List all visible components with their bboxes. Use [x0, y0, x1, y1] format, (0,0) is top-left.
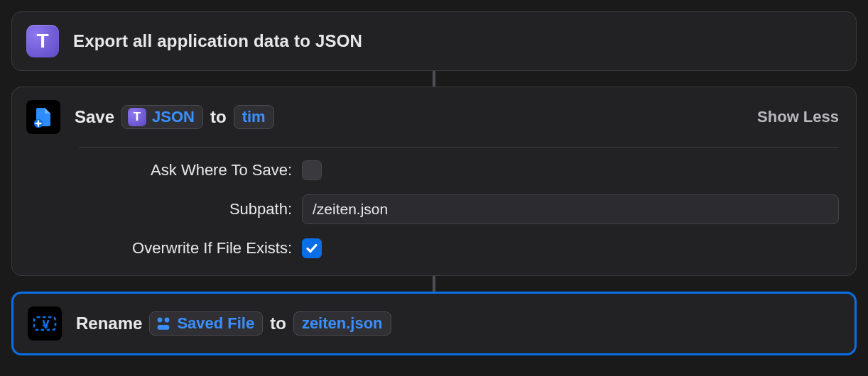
- app-icon: T: [26, 25, 59, 57]
- subpath-input[interactable]: [302, 194, 839, 224]
- checkmark-icon: [305, 241, 319, 255]
- rename-prefix: Rename: [76, 314, 142, 333]
- document-plus-icon: [32, 106, 55, 128]
- rename-text-icon: [33, 314, 57, 333]
- save-action-title: Save T JSON to tim: [75, 105, 274, 129]
- rename-icon: [28, 306, 62, 341]
- saved-file-token-label: Saved File: [177, 314, 254, 333]
- subpath-label: Subpath:: [79, 200, 292, 219]
- flow-connector: [433, 276, 435, 292]
- save-joiner: to: [210, 107, 227, 127]
- ask-where-checkbox[interactable]: [302, 160, 322, 180]
- flow-connector: [433, 71, 435, 87]
- export-action-card[interactable]: T Export all application data to JSON: [11, 11, 857, 71]
- app-icon-letter: T: [36, 30, 48, 52]
- overwrite-label: Overwrite If File Exists:: [79, 239, 292, 258]
- rename-joiner: to: [270, 314, 286, 333]
- svg-point-3: [165, 318, 170, 323]
- variable-icon: [156, 316, 171, 331]
- rename-action-card[interactable]: Rename Saved File to zeiten.json: [11, 292, 857, 355]
- rename-action-title: Rename Saved File to zeiten.json: [76, 311, 391, 336]
- new-name-label: zeiten.json: [302, 314, 383, 333]
- save-file-action-card[interactable]: Save T JSON to tim Show Less Ask Where T…: [11, 87, 857, 276]
- svg-point-2: [158, 318, 163, 323]
- save-options: Ask Where To Save: Subpath: Overwrite If…: [26, 160, 839, 262]
- new-name-token[interactable]: zeiten.json: [293, 311, 391, 336]
- show-less-button[interactable]: Show Less: [757, 108, 839, 126]
- export-action-title: Export all application data to JSON: [73, 31, 362, 51]
- destination-folder-label: tim: [242, 108, 266, 126]
- card-divider: [79, 147, 839, 148]
- save-prefix: Save: [75, 107, 114, 127]
- svg-rect-4: [158, 325, 170, 330]
- json-variable-token[interactable]: T JSON: [121, 105, 203, 129]
- save-file-icon: [26, 100, 60, 134]
- app-icon-mini: T: [128, 108, 146, 126]
- saved-file-variable-token[interactable]: Saved File: [149, 311, 263, 336]
- overwrite-checkbox[interactable]: [302, 238, 322, 258]
- json-token-label: JSON: [152, 108, 195, 126]
- destination-folder-token[interactable]: tim: [234, 105, 274, 129]
- ask-where-label: Ask Where To Save:: [79, 161, 292, 179]
